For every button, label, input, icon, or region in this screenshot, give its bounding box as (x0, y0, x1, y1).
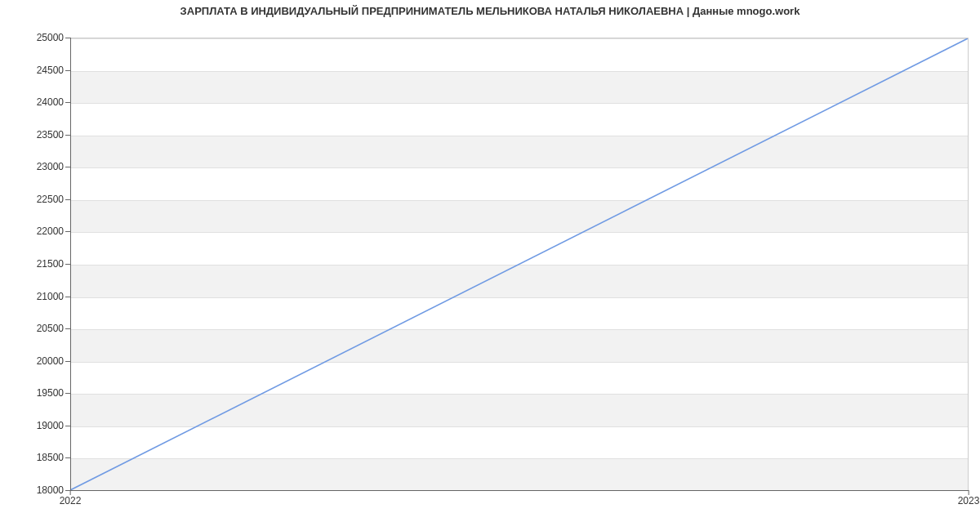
plot-area (70, 38, 969, 490)
y-tick-label: 24500 (0, 65, 64, 76)
y-tick-label: 20000 (0, 355, 64, 367)
y-axis (70, 38, 71, 490)
y-tick-label: 19000 (0, 420, 64, 431)
x-tick-label: 2023 (958, 495, 980, 506)
salary-line-chart: ЗАРПЛАТА В ИНДИВИДУАЛЬНЫЙ ПРЕДПРИНИМАТЕЛ… (0, 0, 980, 531)
y-tick-label: 21000 (0, 291, 64, 302)
x-tick-label: 2022 (60, 495, 82, 506)
y-tick-label: 19500 (0, 387, 64, 399)
x-axis (70, 490, 969, 491)
y-tick-label: 20500 (0, 323, 64, 334)
y-tick-label: 25000 (0, 32, 64, 43)
chart-title: ЗАРПЛАТА В ИНДИВИДУАЛЬНЫЙ ПРЕДПРИНИМАТЕЛ… (0, 5, 980, 17)
y-tick-label: 18500 (0, 452, 64, 463)
y-tick-label: 22500 (0, 194, 64, 205)
y-tick-label: 22000 (0, 225, 64, 237)
line-series (70, 38, 968, 490)
y-tick-label: 23000 (0, 161, 64, 172)
y-tick-label: 21500 (0, 258, 64, 270)
y-tick-label: 24000 (0, 96, 64, 108)
y-tick-label: 23500 (0, 129, 64, 141)
y-tick-label: 18000 (0, 484, 64, 496)
series-line (70, 38, 968, 490)
